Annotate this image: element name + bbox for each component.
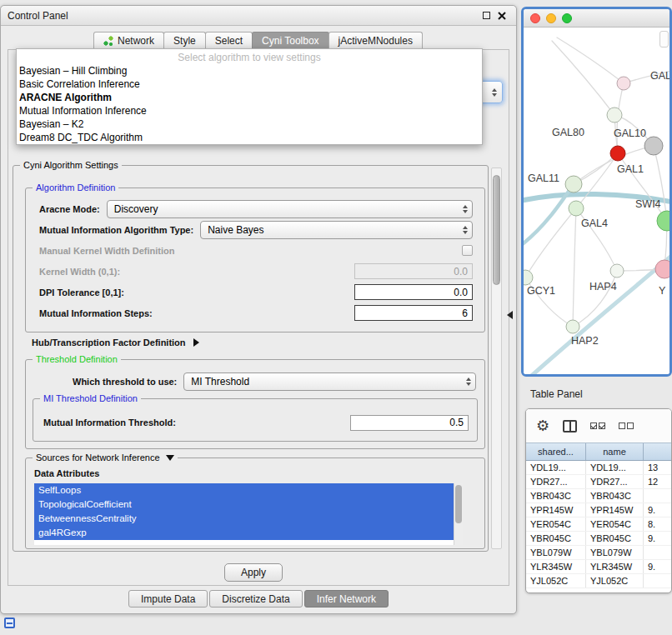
- table-row[interactable]: YBR045CYBR045C9.: [526, 532, 671, 546]
- table-cell: YER054C: [586, 518, 644, 531]
- combo-arrows-icon: [487, 88, 497, 97]
- settings-group-title: Cyni Algorithm Settings: [20, 159, 122, 172]
- table-row[interactable]: YJL052CYJL052C: [526, 574, 671, 588]
- network-node[interactable]: [657, 211, 669, 231]
- bottom-tab-infer-network[interactable]: Infer Network: [304, 590, 389, 608]
- algorithm-option-bayesian-hill-climbing[interactable]: Bayesian – Hill Climbing: [17, 64, 482, 78]
- tab-style[interactable]: Style: [163, 32, 206, 49]
- mi-type-value: Naive Bayes: [208, 224, 263, 236]
- float-window-icon[interactable]: [483, 12, 490, 19]
- dpi-tolerance-field[interactable]: 0.0: [354, 284, 473, 300]
- node-label-gal1: GAL1: [617, 163, 644, 175]
- network-node[interactable]: [566, 320, 579, 333]
- hub-definition-toggle[interactable]: Hub/Transcription Factor Definition: [32, 338, 199, 348]
- algorithm-option-basic-correlation-inference[interactable]: Basic Correlation Inference: [17, 78, 482, 91]
- tab-cyni-toolbox[interactable]: Cyni Toolbox: [252, 32, 328, 49]
- settings-scrollbar[interactable]: [491, 168, 502, 549]
- tab-jactivemnodules[interactable]: jActiveMNodules: [328, 32, 423, 49]
- attribute-item-gal4rgexp[interactable]: gal4RGexp: [34, 526, 454, 540]
- node-label-swi4: SWI4: [635, 198, 661, 210]
- control-panel-titlebar[interactable]: Control Panel: [1, 6, 516, 26]
- network-node[interactable]: [569, 201, 584, 216]
- network-node[interactable]: [617, 77, 630, 90]
- column-layout-icon[interactable]: [563, 420, 577, 432]
- which-threshold-label: Which threshold to use:: [73, 377, 177, 387]
- attributes-list-scrollbar[interactable]: [454, 483, 463, 545]
- combo-arrows-icon: [461, 378, 471, 386]
- table-cell: YBL079W: [526, 546, 586, 559]
- manual-kernel-checkbox[interactable]: [462, 245, 473, 256]
- algorithm-option-bayesian-k2[interactable]: Bayesian – K2: [17, 118, 482, 131]
- table-row[interactable]: YBR043CYBR043C: [526, 489, 671, 503]
- checked-boxes-icon[interactable]: [590, 422, 605, 429]
- mi-steps-field[interactable]: 6: [354, 305, 473, 321]
- table-cell: [644, 546, 671, 559]
- network-window-titlebar[interactable]: [524, 9, 669, 28]
- network-node[interactable]: [655, 260, 669, 278]
- table-cell: [644, 489, 671, 502]
- network-view-window: GALGAL80GAL10GAL11GAL1SWI4GAL4GCY1HAP4YH…: [521, 7, 672, 377]
- table-row[interactable]: YLR345WYLR345W9.: [526, 560, 671, 574]
- scrollbar-thumb[interactable]: [455, 485, 462, 523]
- attribute-item-betweennesscentrality[interactable]: BetweennessCentrality: [34, 512, 454, 526]
- network-node[interactable]: [607, 108, 622, 122]
- close-icon[interactable]: [498, 12, 506, 20]
- network-edge[interactable]: [573, 208, 576, 327]
- mi-type-select[interactable]: Naive Bayes: [200, 221, 473, 239]
- column-header-0[interactable]: shared...: [526, 443, 586, 460]
- network-svg: GALGAL80GAL10GAL11GAL1SWI4GAL4GCY1HAP4YH…: [524, 28, 669, 374]
- table-header: shared...name: [526, 442, 671, 461]
- network-edge[interactable]: [557, 38, 624, 83]
- network-canvas[interactable]: GALGAL80GAL10GAL11GAL1SWI4GAL4GCY1HAP4YH…: [524, 28, 669, 374]
- zoom-traffic-light[interactable]: [562, 13, 572, 23]
- algorithm-option-mutual-information-inference[interactable]: Mutual Information Inference: [17, 104, 482, 118]
- network-node[interactable]: [610, 264, 624, 278]
- network-node[interactable]: [610, 146, 625, 161]
- sources-toggle[interactable]: Sources for Network Inference: [33, 452, 178, 464]
- window-controls: [483, 12, 506, 20]
- network-edge[interactable]: [552, 41, 614, 115]
- minimize-traffic-light[interactable]: [546, 13, 556, 23]
- network-graph-icon: [103, 36, 113, 46]
- tab-select[interactable]: Select: [205, 32, 253, 49]
- gear-icon[interactable]: ⚙: [536, 418, 549, 433]
- data-attributes-label: Data Attributes: [34, 468, 99, 478]
- table-row[interactable]: YBL079WYBL079W: [526, 546, 671, 560]
- network-scrollbar[interactable]: [659, 31, 669, 48]
- taskbar-icon[interactable]: [4, 618, 15, 628]
- table-panel-title: Table Panel: [530, 388, 583, 400]
- apply-button[interactable]: Apply: [224, 563, 283, 582]
- network-node[interactable]: [524, 270, 533, 285]
- table-row[interactable]: YDR27...YDR27...12: [526, 475, 671, 489]
- attribute-item-topologicalcoefficient[interactable]: TopologicalCoefficient: [34, 498, 454, 512]
- attribute-item-selfloops[interactable]: SelfLoops: [34, 483, 454, 498]
- bottom-tab-discretize-data[interactable]: Discretize Data: [209, 590, 302, 608]
- bottom-tab-impute-data[interactable]: Impute Data: [128, 590, 208, 608]
- table-row[interactable]: YDL19...YDL19...13: [526, 461, 671, 475]
- which-threshold-value: MI Threshold: [191, 376, 249, 388]
- which-threshold-select[interactable]: MI Threshold: [183, 372, 476, 391]
- table-row[interactable]: YPR145WYPR145W9.: [526, 503, 671, 518]
- table-row[interactable]: YER054CYER054C8.: [526, 518, 671, 532]
- node-label-hap4: HAP4: [589, 281, 617, 292]
- algorithm-option-dream8-dc-tdc-algorithm[interactable]: Dream8 DC_TDC Algorithm: [17, 131, 482, 144]
- mi-threshold-field[interactable]: 0.5: [350, 415, 469, 431]
- unchecked-boxes-icon[interactable]: [619, 422, 634, 429]
- kernel-width-field[interactable]: 0.0: [354, 263, 473, 279]
- data-attributes-list[interactable]: SelfLoopsTopologicalCoefficientBetweenne…: [34, 483, 463, 545]
- close-traffic-light[interactable]: [530, 13, 540, 23]
- aracne-mode-select[interactable]: Discovery: [107, 200, 473, 218]
- table-cell: YJL052C: [526, 574, 586, 588]
- column-header-2[interactable]: [644, 443, 671, 460]
- network-node[interactable]: [644, 137, 663, 155]
- scrollbar-thumb[interactable]: [493, 175, 500, 285]
- network-edge[interactable]: [524, 184, 574, 246]
- tab-network[interactable]: Network: [93, 32, 164, 49]
- algorithm-option-aracne-algorithm[interactable]: ARACNE Algorithm: [17, 91, 482, 104]
- network-edge[interactable]: [524, 252, 669, 374]
- column-header-1[interactable]: name: [586, 443, 644, 460]
- panel-collapse-handle[interactable]: [507, 311, 513, 319]
- table-toolbar: ⚙: [526, 409, 671, 442]
- network-node[interactable]: [565, 176, 582, 192]
- table-cell: YPR145W: [586, 503, 644, 517]
